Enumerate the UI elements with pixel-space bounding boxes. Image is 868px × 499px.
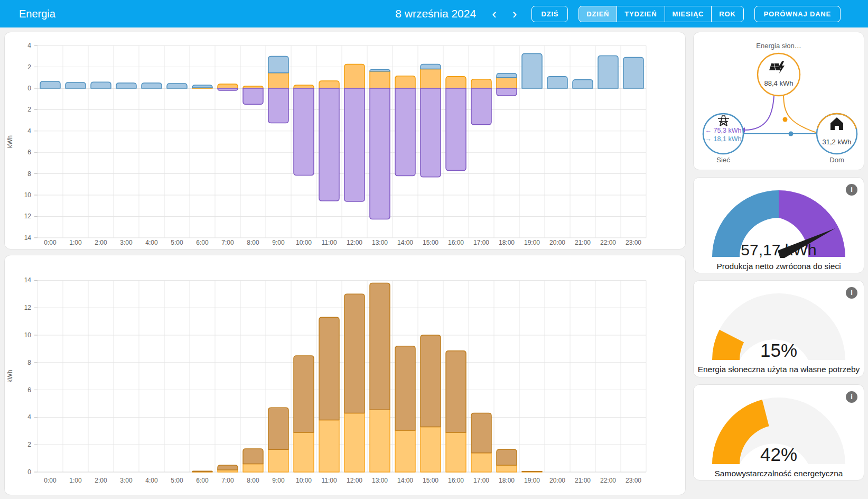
bar-segment [421,69,441,88]
tab-week[interactable]: TYDZIEŃ [617,6,665,22]
bar-segment [218,465,238,470]
bar-segment [370,70,390,71]
prev-day-button[interactable]: ‹ [488,7,501,21]
y-tick-label: 14 [24,234,32,242]
bar-segment [395,76,415,88]
x-tick-label: 19:00 [524,239,540,246]
bar-segment [497,78,517,88]
energy-usage-chart-card: 42024681012140:001:002:003:004:005:006:0… [4,32,686,250]
bar-segment [497,88,517,96]
y-tick-label: 8 [27,359,31,366]
y-tick-label: 0 [27,85,31,92]
grid-node-label: Sieć [716,156,730,164]
tab-year[interactable]: ROK [712,6,743,22]
x-tick-label: 15:00 [423,239,438,246]
y-tick-label: 6 [27,386,31,394]
x-tick-label: 0:00 [44,239,57,246]
x-tick-label: 23:00 [626,239,641,246]
info-icon[interactable]: i [846,391,857,403]
bar-segment [421,88,441,177]
bar-segment [344,413,365,472]
self-consumption-gauge: 15% [710,291,847,361]
x-tick-label: 17:00 [473,239,489,246]
bar-segment [370,88,390,219]
x-tick-label: 3:00 [120,239,133,246]
bar-segment [40,81,60,88]
x-tick-label: 8:00 [247,239,259,246]
bar-segment [471,88,491,125]
x-tick-label: 0:00 [44,477,57,484]
bar-segment [370,71,390,88]
bar-segment [142,83,162,88]
solar-value: 88,4 kWh [764,79,794,87]
x-tick-label: 23:00 [626,477,641,484]
tab-month[interactable]: MIESIĄC [665,6,712,22]
net-production-gauge: 57,17 kWh [710,188,847,258]
x-tick-label: 9:00 [272,477,285,484]
x-tick-label: 11:00 [321,239,337,246]
net-production-gauge-card: i 57,17 kWh Produkcja netto zwrócona do … [693,177,864,273]
bar-segment [573,80,593,88]
bar-segment [319,88,339,201]
tab-day[interactable]: DZIEŃ [579,6,617,22]
x-tick-label: 9:00 [272,239,285,246]
charts-column: 42024681012140:001:002:003:004:005:006:0… [4,32,686,495]
x-tick-label: 20:00 [549,477,565,484]
bar-segment [268,73,288,88]
solar-production-chart: 141210864200:001:002:003:004:005:006:007… [5,255,685,493]
bar-segment [446,351,466,432]
app-header: Energia 8 września 2024 ‹ › DZIŚ DZIEŃ T… [0,0,868,27]
bar-segment [294,88,314,175]
bar-segment [344,88,365,201]
bar-segment [598,56,618,88]
header-controls: 8 września 2024 ‹ › DZIŚ DZIEŃ TYDZIEŃ M… [395,6,841,22]
y-axis-label: kWh [6,135,14,148]
bar-segment [319,420,339,472]
x-tick-label: 3:00 [120,477,133,484]
dashboard-content: 42024681012140:001:002:003:004:005:006:0… [0,27,868,495]
bar-segment [421,427,441,473]
bar-segment [243,464,263,473]
y-tick-label: 6 [27,149,31,156]
solar-node-label: Energia słon… [756,42,801,50]
bar-segment [522,472,542,472]
grid-export-value: ← 75,3 kWh [705,127,742,134]
solar-node-circle[interactable] [758,53,800,96]
bar-segment [497,73,517,78]
self-sufficiency-gauge-card: i 42% Samowystarczalność energetyczna [693,384,864,480]
x-tick-label: 4:00 [145,477,158,484]
x-tick-label: 14:00 [397,239,413,246]
x-tick-label: 18:00 [499,239,515,246]
bar-segment [91,82,111,88]
solar-flow-dot [783,117,788,122]
x-tick-label: 10:00 [296,477,312,484]
bar-segment [395,88,415,176]
today-button[interactable]: DZIŚ [531,6,568,22]
bar-segment [268,408,288,449]
compare-data-button[interactable]: PORÓWNAJ DANE [754,6,841,22]
x-tick-label: 12:00 [347,477,362,484]
x-tick-label: 18:00 [499,477,515,484]
self-sufficiency-gauge: 42% [710,395,847,465]
bar-segment [421,335,441,427]
bar-segment [344,294,365,413]
y-tick-label: 2 [27,63,31,71]
info-icon[interactable]: i [846,287,857,299]
bar-segment [192,471,212,472]
info-icon[interactable]: i [846,184,857,196]
x-tick-label: 7:00 [221,239,234,246]
bar-segment [319,317,339,420]
x-tick-label: 20:00 [549,239,565,246]
gauge-value: 15% [760,340,797,361]
gauge-value: 57,17 kWh [741,241,816,258]
bar-segment [294,356,314,432]
next-day-button[interactable]: › [508,7,521,21]
bar-segment [218,84,238,88]
bar-segment [623,57,643,88]
y-tick-label: 2 [27,441,31,448]
y-axis-label: kWh [6,370,14,383]
bar-segment [294,85,314,88]
bar-segment [268,56,288,72]
x-tick-label: 16:00 [448,239,464,246]
x-tick-label: 22:00 [600,477,616,484]
